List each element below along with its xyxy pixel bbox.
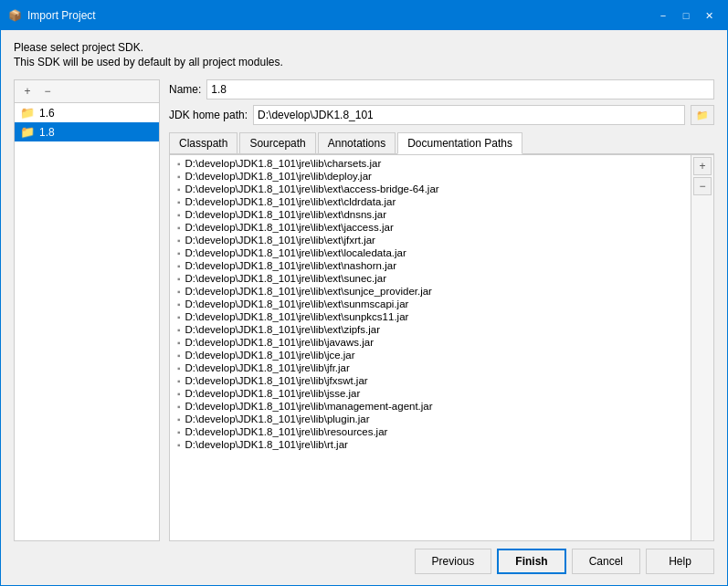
sdk-label-16: 1.6 (39, 107, 55, 120)
list-item: ▪D:\develop\JDK1.8_101\jre\lib\ext\cldrd… (170, 195, 691, 208)
cancel-button[interactable]: Cancel (572, 549, 640, 574)
jar-icon: ▪ (177, 210, 181, 220)
sdk-list: 📁 1.6 📁 1.8 (15, 103, 159, 540)
name-row: Name: (169, 79, 714, 99)
jar-icon: ▪ (177, 427, 181, 437)
title-bar-left: 📦 Import Project (8, 9, 96, 22)
jar-icon: ▪ (177, 363, 181, 373)
list-item: ▪D:\develop\JDK1.8_101\jre\lib\jce.jar (170, 349, 691, 361)
tab-inner: ▪D:\develop\JDK1.8_101\jre\lib\charsets.… (170, 155, 713, 540)
list-item: ▪D:\develop\JDK1.8_101\jre\lib\ext\zipfs… (170, 323, 691, 336)
jar-icon: ▪ (177, 325, 181, 335)
jar-icon: ▪ (177, 376, 181, 386)
list-item: ▪D:\develop\JDK1.8_101\jre\lib\resources… (170, 425, 691, 438)
main-area: + − 📁 1.6 📁 1.8 Nam (14, 79, 714, 541)
list-item: ▪D:\develop\JDK1.8_101\jre\lib\jfr.jar (170, 361, 691, 374)
list-item: ▪D:\develop\JDK1.8_101\jre\lib\ext\nasho… (170, 259, 691, 272)
jar-icon: ▪ (177, 414, 181, 424)
window-title: Import Project (27, 9, 96, 22)
jdk-path-input[interactable] (253, 105, 685, 125)
side-buttons: + − (691, 155, 713, 540)
help-button[interactable]: Help (646, 549, 714, 574)
jar-icon: ▪ (177, 312, 181, 322)
jar-icon: ▪ (177, 248, 181, 258)
name-label: Name: (169, 83, 201, 96)
sdk-item-18[interactable]: 📁 1.8 (15, 122, 159, 141)
folder-icon-18: 📁 (20, 125, 35, 139)
tabs-container: Classpath Sourcepath Annotations Documen… (169, 132, 714, 154)
list-item: ▪D:\develop\JDK1.8_101\jre\lib\deploy.ja… (170, 170, 691, 183)
jar-icon: ▪ (177, 402, 181, 412)
tab-sourcepath[interactable]: Sourcepath (239, 132, 315, 153)
jar-icon: ▪ (177, 172, 181, 182)
previous-button[interactable]: Previous (415, 549, 492, 574)
tab-annotations[interactable]: Annotations (318, 132, 396, 153)
jdk-path-label: JDK home path: (169, 109, 248, 121)
add-sdk-button[interactable]: + (18, 83, 37, 99)
remove-file-button[interactable]: − (693, 177, 712, 195)
list-item: ▪D:\develop\JDK1.8_101\jre\lib\rt.jar (170, 438, 691, 451)
list-item: ▪D:\develop\JDK1.8_101\jre\lib\plugin.ja… (170, 413, 691, 425)
title-bar: 📦 Import Project − □ ✕ (1, 1, 727, 30)
minimize-button[interactable]: − (652, 6, 674, 25)
jar-icon: ▪ (177, 274, 181, 284)
add-file-button[interactable]: + (693, 157, 712, 175)
jar-icon: ▪ (177, 159, 181, 169)
browse-button[interactable]: 📁 (691, 105, 714, 125)
jar-icon: ▪ (177, 299, 181, 309)
jar-icon: ▪ (177, 338, 181, 348)
list-item: ▪D:\develop\JDK1.8_101\jre\lib\ext\local… (170, 246, 691, 259)
sdk-list-panel: + − 📁 1.6 📁 1.8 (14, 79, 160, 541)
list-item: ▪D:\develop\JDK1.8_101\jre\lib\ext\sunms… (170, 298, 691, 310)
tab-documentation-paths[interactable]: Documentation Paths (397, 132, 522, 154)
list-item: ▪D:\develop\JDK1.8_101\jre\lib\ext\dnsns… (170, 208, 691, 221)
header-line2: This SDK will be used by default by all … (14, 56, 714, 68)
jar-icon: ▪ (177, 235, 181, 246)
dialog-content: Please select project SDK. This SDK will… (1, 30, 727, 585)
list-item: ▪D:\develop\JDK1.8_101\jre\lib\ext\acces… (170, 183, 691, 195)
sdk-details-panel: Name: JDK home path: 📁 Classpath Sourcep… (169, 79, 714, 541)
file-list: ▪D:\develop\JDK1.8_101\jre\lib\charsets.… (170, 155, 691, 540)
close-button[interactable]: ✕ (698, 6, 720, 25)
jar-icon: ▪ (177, 197, 181, 207)
sdk-label-18: 1.8 (39, 126, 55, 139)
window-icon: 📦 (8, 9, 22, 22)
header-line1: Please select project SDK. (14, 41, 714, 54)
jar-icon: ▪ (177, 389, 181, 399)
import-project-window: 📦 Import Project − □ ✕ Please select pro… (0, 0, 728, 586)
finish-button[interactable]: Finish (497, 549, 565, 574)
jar-icon: ▪ (177, 287, 181, 297)
list-item: ▪D:\develop\JDK1.8_101\jre\lib\jfxswt.ja… (170, 374, 691, 387)
list-item: ▪D:\develop\JDK1.8_101\jre\lib\jsse.jar (170, 387, 691, 400)
jdk-path-row: JDK home path: 📁 (169, 105, 714, 125)
folder-icon-16: 📁 (20, 106, 35, 120)
list-item: ▪D:\develop\JDK1.8_101\jre\lib\ext\sunpk… (170, 310, 691, 323)
list-item: ▪D:\develop\JDK1.8_101\jre\lib\ext\sunec… (170, 272, 691, 285)
footer: Previous Finish Cancel Help (14, 541, 714, 578)
list-item: ▪D:\develop\JDK1.8_101\jre\lib\ext\sunjc… (170, 285, 691, 298)
list-item: ▪D:\develop\JDK1.8_101\jre\lib\charsets.… (170, 157, 691, 170)
list-item: ▪D:\develop\JDK1.8_101\jre\lib\ext\jacce… (170, 221, 691, 234)
sdk-item-16[interactable]: 📁 1.6 (15, 103, 159, 122)
tab-content: ▪D:\develop\JDK1.8_101\jre\lib\charsets.… (169, 154, 714, 541)
jar-icon: ▪ (177, 184, 181, 194)
list-item: ▪D:\develop\JDK1.8_101\jre\lib\ext\jfxrt… (170, 234, 691, 246)
name-input[interactable] (206, 79, 714, 99)
jar-icon: ▪ (177, 351, 181, 361)
sdk-toolbar: + − (15, 80, 159, 103)
list-item: ▪D:\develop\JDK1.8_101\jre\lib\managemen… (170, 400, 691, 413)
jar-icon: ▪ (177, 223, 181, 233)
list-item: ▪D:\develop\JDK1.8_101\jre\lib\javaws.ja… (170, 336, 691, 349)
tab-classpath[interactable]: Classpath (169, 132, 237, 153)
title-bar-controls: − □ ✕ (652, 6, 720, 25)
jar-icon: ▪ (177, 440, 181, 450)
jar-icon: ▪ (177, 261, 181, 271)
remove-sdk-button[interactable]: − (38, 83, 57, 99)
maximize-button[interactable]: □ (675, 6, 697, 25)
